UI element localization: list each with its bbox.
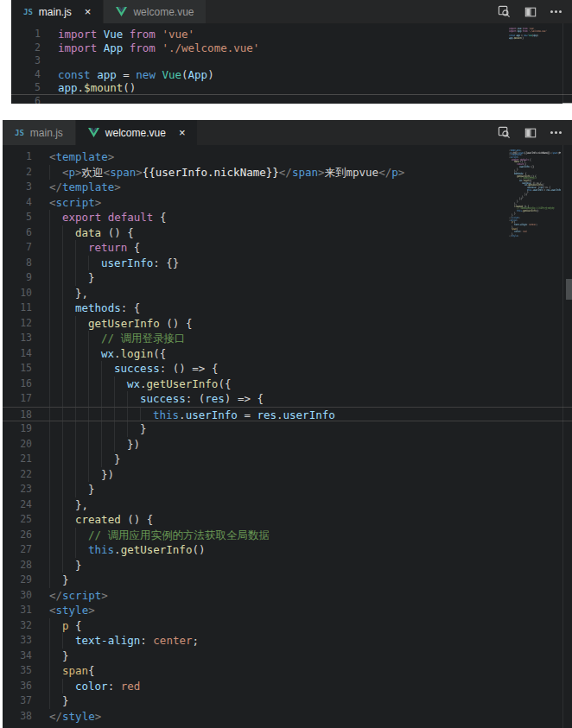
code-line[interactable]: 18this.userInfo = res.userInfo xyxy=(3,407,572,422)
code-line[interactable]: 20}) xyxy=(3,437,572,453)
line-number: 37 xyxy=(3,693,32,709)
line-number: 35 xyxy=(3,663,32,679)
code-line[interactable]: 37} xyxy=(3,693,572,709)
code-line[interactable]: 14wx.login({ xyxy=(3,346,572,362)
tab-main-js[interactable]: JSmain.js× xyxy=(11,0,103,23)
line-number: 10 xyxy=(3,286,32,301)
code-line[interactable]: 1<template> xyxy=(3,149,572,165)
line-number: 3 xyxy=(11,54,41,68)
tab-welcome-vue[interactable]: welcome.vue× xyxy=(76,120,198,145)
code-line[interactable]: 28} xyxy=(3,558,572,573)
minimap[interactable]: import Vue from 'vue'import App from './… xyxy=(509,28,561,41)
line-number: 34 xyxy=(3,649,32,664)
code-line[interactable]: 36color: red xyxy=(3,679,572,694)
line-number: 4 xyxy=(3,195,32,211)
close-icon[interactable]: × xyxy=(85,6,92,17)
scrollbar-divider xyxy=(562,23,563,104)
code-line[interactable]: 19} xyxy=(3,421,572,437)
code-line[interactable]: 3</template> xyxy=(3,180,572,195)
line-number: 9 xyxy=(3,270,32,286)
line-number: 14 xyxy=(3,346,32,362)
editor-actions xyxy=(498,0,572,23)
more-actions-icon[interactable] xyxy=(550,10,562,13)
code-line[interactable]: 1import Vue from 'vue' xyxy=(11,28,572,41)
tab-label: welcome.vue xyxy=(105,127,166,139)
code-line[interactable]: 21} xyxy=(3,452,572,467)
code-line[interactable]: 26// 调用应用实例的方法获取全局数据 xyxy=(3,528,572,543)
line-number: 5 xyxy=(3,210,32,225)
tab-bar: JSmain.jswelcome.vue× xyxy=(3,120,572,145)
code-line[interactable]: 17success: (res) => { xyxy=(3,391,572,407)
code-line[interactable]: 6 xyxy=(11,95,572,104)
line-number: 23 xyxy=(3,482,32,497)
code-line[interactable]: 32p { xyxy=(3,618,572,634)
code-line[interactable]: 10}, xyxy=(3,286,572,301)
vue-file-icon xyxy=(88,128,99,137)
code-line[interactable]: 5export default { xyxy=(3,210,572,225)
line-number: 36 xyxy=(3,679,32,694)
code-line[interactable]: 6data () { xyxy=(3,225,572,241)
line-number: 16 xyxy=(3,377,32,392)
line-number: 33 xyxy=(3,633,32,649)
split-editor-icon[interactable] xyxy=(524,127,537,139)
code-line[interactable]: 30</script> xyxy=(3,588,572,604)
line-number: 31 xyxy=(3,603,32,618)
tab-welcome-vue[interactable]: welcome.vue xyxy=(104,0,206,23)
code-editor[interactable]: 1import Vue from 'vue'2import App from '… xyxy=(11,23,572,104)
line-number: 30 xyxy=(3,588,32,604)
code-line[interactable]: 9} xyxy=(3,270,572,286)
line-number: 13 xyxy=(3,331,32,346)
code-line[interactable]: 3 xyxy=(11,54,572,68)
code-editor[interactable]: 1<template>2<p>欢迎<span>{{userInfo.nickNa… xyxy=(3,145,572,728)
code-line[interactable]: 8userInfo: {} xyxy=(3,256,572,271)
editor-actions xyxy=(498,120,572,145)
tab-bar: JSmain.js×welcome.vue xyxy=(11,0,572,23)
code-line[interactable]: 38</style> xyxy=(3,709,572,725)
overview-ruler-cursor-marker[interactable] xyxy=(562,103,572,104)
tab-label: welcome.vue xyxy=(133,6,194,18)
split-editor-icon[interactable] xyxy=(524,6,537,18)
code-line[interactable]: 15success: () => { xyxy=(3,361,572,377)
code-line[interactable]: 33text-align: center; xyxy=(3,633,572,649)
code-line[interactable]: 25created () { xyxy=(3,512,572,528)
code-line[interactable]: 7return { xyxy=(3,240,572,256)
code-line[interactable]: 29} xyxy=(3,573,572,588)
minimap[interactable]: <template><p>欢迎<span>{{userInfo.nickName… xyxy=(509,149,561,237)
line-number: 19 xyxy=(3,421,32,437)
code-line[interactable]: 31<style> xyxy=(3,603,572,618)
line-number: 15 xyxy=(3,361,32,377)
code-line[interactable]: 4<script> xyxy=(3,195,572,211)
tab-main-js[interactable]: JSmain.js xyxy=(3,120,75,145)
editor-panel-main-js: JSmain.js×welcome.vue 1import Vue from '… xyxy=(11,0,572,104)
code-line[interactable]: 34} xyxy=(3,649,572,664)
code-line[interactable]: 22}) xyxy=(3,467,572,483)
search-preview-icon[interactable] xyxy=(498,5,511,18)
more-actions-icon[interactable] xyxy=(550,131,562,134)
js-file-icon: JS xyxy=(15,129,24,137)
code-line[interactable]: 2import App from './welcome.vue' xyxy=(11,41,572,55)
code-area[interactable]: 1<template>2<p>欢迎<span>{{userInfo.nickNa… xyxy=(3,149,572,724)
line-number: 24 xyxy=(3,497,32,513)
code-line[interactable]: 23} xyxy=(3,482,572,497)
code-line[interactable]: 35span{ xyxy=(3,663,572,679)
scrollbar-thumb[interactable] xyxy=(566,279,572,300)
line-number: 12 xyxy=(3,316,32,332)
search-preview-icon[interactable] xyxy=(498,126,511,139)
code-line[interactable]: 24}, xyxy=(3,497,572,513)
line-number: 22 xyxy=(3,467,32,483)
code-line[interactable]: 13// 调用登录接口 xyxy=(3,331,572,346)
code-line[interactable]: 27this.getUserInfo() xyxy=(3,542,572,558)
code-line[interactable]: 2<p>欢迎<span>{{userInfo.nickName}}</span>… xyxy=(3,165,572,180)
code-line[interactable]: 4const app = new Vue(App) xyxy=(11,68,572,82)
tab-label: main.js xyxy=(39,6,72,18)
code-line[interactable]: 11methods: { xyxy=(3,301,572,316)
code-line[interactable]: 5app.$mount() xyxy=(11,81,572,95)
line-number: 17 xyxy=(3,391,32,407)
editor-panel-welcome-vue: JSmain.jswelcome.vue× 1<template>2<p>欢迎<… xyxy=(3,120,572,728)
code-area[interactable]: 1import Vue from 'vue'2import App from '… xyxy=(11,28,572,104)
line-number: 6 xyxy=(3,225,32,241)
code-line[interactable]: 16wx.getUserInfo({ xyxy=(3,377,572,392)
close-icon[interactable]: × xyxy=(179,127,186,138)
line-number: 32 xyxy=(3,618,32,634)
code-line[interactable]: 12getUserInfo () { xyxy=(3,316,572,332)
